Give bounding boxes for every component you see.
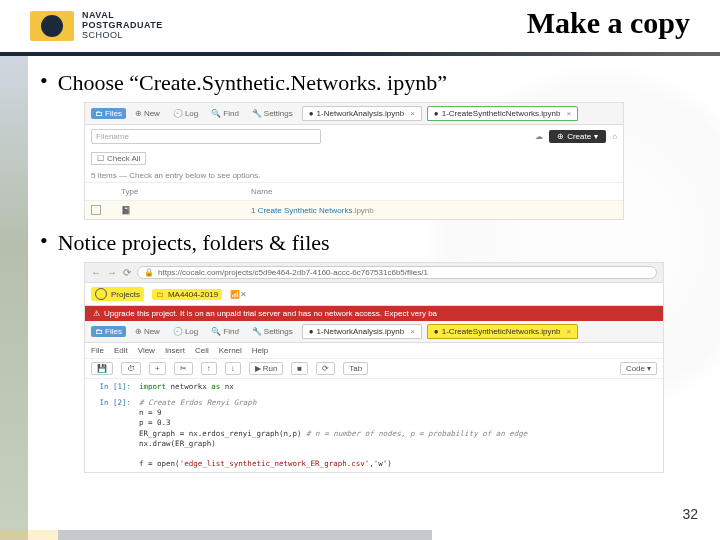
table-row[interactable]: 📓 1 Create Synthetic Networks.ipynb	[85, 201, 623, 219]
settings-button[interactable]: 🔧Settings	[248, 326, 297, 337]
cell2-code: # Create Erdos Renyi Graph n = 9 p = 0.3…	[139, 398, 657, 469]
check-all-button[interactable]: ☐Check All	[91, 152, 146, 165]
tab-button[interactable]: Tab	[343, 362, 368, 375]
menu-edit[interactable]: Edit	[114, 346, 128, 355]
search-icon: 🔍	[211, 109, 221, 118]
cell1-code: import networkx as nx	[139, 382, 657, 392]
log-label: Log	[185, 327, 198, 336]
screenshot-notebook: ← → ⟳ 🔒 https://cocalc.com/projects/c5d9…	[84, 262, 664, 473]
checkall-row: ☐Check All	[85, 148, 623, 169]
cell1-prompt: In [1]:	[91, 382, 139, 392]
code-cell-2[interactable]: In [2]: # Create Erdos Renyi Graph n = 9…	[85, 395, 663, 472]
menu-file[interactable]: File	[91, 346, 104, 355]
warning-text: Upgrade this project. It is on an unpaid…	[104, 309, 437, 318]
move-down-button[interactable]: ↓	[225, 362, 241, 375]
jupyter-action-bar: 💾 ⏱ + ✂ ↑ ↓ ▶ Run ■ ⟳ Tab Code ▾	[85, 359, 663, 379]
projects-label: Projects	[111, 290, 140, 299]
jupyter-menu-bar: File Edit View Insert Cell Kernel Help	[85, 343, 663, 359]
back-icon[interactable]: ←	[91, 267, 101, 278]
create-button[interactable]: ⊕Create▾	[549, 130, 606, 143]
tab-network-analysis[interactable]: ●1-NetworkAnalysis.ipynb×	[302, 324, 422, 339]
files-button[interactable]: 🗀Files	[91, 108, 126, 119]
cut-button[interactable]: ✂	[174, 362, 193, 375]
project-name-highlighted[interactable]: 🗀MA4404-2019	[152, 289, 222, 300]
find-button[interactable]: 🔍Find	[207, 108, 243, 119]
menu-cell[interactable]: Cell	[195, 346, 209, 355]
code-cell-1[interactable]: In [1]: import networkx as nx	[85, 379, 663, 395]
bullet-1: • Choose “Create.Synthetic.Networks. ipy…	[40, 70, 690, 96]
timetravel-icon-button[interactable]: ⏱	[121, 362, 141, 375]
log-label: Log	[185, 109, 198, 118]
wrench-icon: 🔧	[252, 109, 262, 118]
projects-link-highlighted[interactable]: Projects	[91, 287, 144, 301]
run-button[interactable]: ▶ Run	[249, 362, 284, 375]
new-label: New	[144, 109, 160, 118]
plus-icon: ⊕	[557, 132, 564, 141]
bullet-2: • Notice projects, folders & files	[40, 230, 690, 256]
tab-create-synthetic[interactable]: ●1-CreateSyntheticNetworks.ipynb×	[427, 106, 578, 121]
tab1-label: 1-NetworkAnalysis.ipynb	[317, 109, 405, 118]
cell-type-select[interactable]: Code ▾	[620, 362, 657, 375]
browser-nav-bar: ← → ⟳ 🔒 https://cocalc.com/projects/c5d9…	[85, 263, 663, 283]
save-icon-button[interactable]: 💾	[91, 362, 113, 375]
institution-name: NAVAL POSTGRADUATE SCHOOL	[82, 11, 163, 41]
tab-create-synthetic-highlighted[interactable]: ●1-CreateSyntheticNetworks.ipynb×	[427, 324, 578, 339]
plus-icon: ⊕	[135, 327, 142, 336]
log-button[interactable]: 🕘Log	[169, 326, 202, 337]
close-icon[interactable]: ×	[566, 109, 571, 118]
wifi-off-icon: 📶✕	[230, 290, 247, 299]
files-label: Files	[105, 109, 122, 118]
menu-view[interactable]: View	[138, 346, 155, 355]
checkbox-icon: ☐	[97, 154, 104, 163]
log-button[interactable]: 🕘Log	[169, 108, 202, 119]
row-checkbox[interactable]	[91, 205, 101, 215]
find-button[interactable]: 🔍Find	[207, 326, 243, 337]
new-button[interactable]: ⊕New	[131, 326, 164, 337]
folder-icon: 🗀	[95, 109, 103, 118]
bullet-dot-icon: •	[40, 70, 48, 92]
home-icon[interactable]: ⌂	[612, 132, 617, 141]
folder-icon: 🗀	[95, 327, 103, 336]
project-name: MA4404-2019	[168, 290, 218, 299]
tab-network-analysis[interactable]: ●1-NetworkAnalysis.ipynb×	[302, 106, 422, 121]
plus-icon: ⊕	[135, 109, 142, 118]
stop-button[interactable]: ■	[291, 362, 308, 375]
project-bar: Projects 🗀MA4404-2019 📶✕	[85, 283, 663, 306]
restart-button[interactable]: ⟳	[316, 362, 335, 375]
nps-badge-icon	[30, 11, 74, 41]
upgrade-warning: ⚠ Upgrade this project. It is on an unpa…	[85, 306, 663, 321]
close-icon[interactable]: ×	[410, 109, 415, 118]
bullet-dot-icon: •	[40, 230, 48, 252]
col-name-header: Name	[251, 187, 617, 196]
file-name-link[interactable]: 1 Create Synthetic Networks	[251, 206, 352, 215]
files-button[interactable]: 🗀Files	[91, 326, 126, 337]
tab-hl-label: 1-CreateSyntheticNetworks.ipynb	[442, 327, 561, 336]
menu-help[interactable]: Help	[252, 346, 268, 355]
find-label: Find	[223, 327, 239, 336]
screenshot-files-panel: 🗀Files ⊕New 🕘Log 🔍Find 🔧Settings ●1-Netw…	[84, 102, 624, 220]
cocalc-toolbar: 🗀Files ⊕New 🕘Log 🔍Find 🔧Settings ●1-Netw…	[85, 103, 623, 125]
menu-kernel[interactable]: Kernel	[219, 346, 242, 355]
jupyter-icon: ●	[434, 327, 439, 336]
cell2-prompt: In [2]:	[91, 398, 139, 469]
menu-insert[interactable]: Insert	[165, 346, 185, 355]
close-icon[interactable]: ×	[566, 327, 571, 336]
forward-icon[interactable]: →	[107, 267, 117, 278]
run-label: Run	[263, 364, 278, 373]
cloud-upload-icon[interactable]: ☁	[535, 132, 543, 141]
wrench-icon: 🔧	[252, 327, 262, 336]
inst-line3: SCHOOL	[82, 31, 163, 41]
url-bar[interactable]: 🔒 https://cocalc.com/projects/c5d9e464-2…	[137, 266, 657, 279]
reload-icon[interactable]: ⟳	[123, 267, 131, 278]
new-button[interactable]: ⊕New	[131, 108, 164, 119]
jupyter-icon: ●	[309, 109, 314, 118]
filename-input[interactable]: Filename	[91, 129, 321, 144]
add-cell-button[interactable]: +	[149, 362, 166, 375]
settings-button[interactable]: 🔧Settings	[248, 108, 297, 119]
filename-row: Filename ☁ ⊕Create▾ ⌂	[85, 125, 623, 148]
url-text: https://cocalc.com/projects/c5d9e464-2db…	[158, 268, 428, 277]
move-up-button[interactable]: ↑	[201, 362, 217, 375]
search-icon: 🔍	[211, 327, 221, 336]
close-icon[interactable]: ×	[410, 327, 415, 336]
chevron-down-icon: ▾	[594, 132, 598, 141]
